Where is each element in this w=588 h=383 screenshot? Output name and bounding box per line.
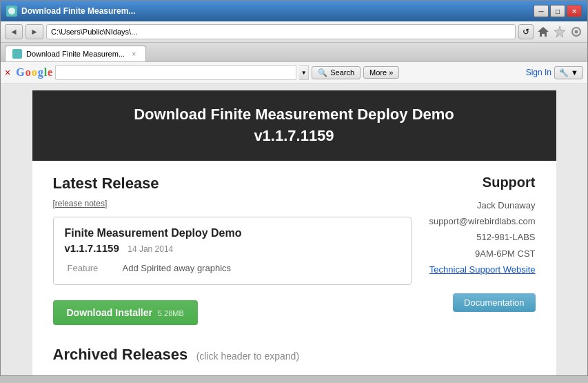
google-search-input[interactable] (55, 65, 296, 80)
google-search-button[interactable]: 🔍 Search (312, 66, 361, 79)
google-close-button[interactable]: × (5, 67, 10, 78)
documentation-button[interactable]: Documentation (453, 293, 535, 312)
google-wrench-button[interactable]: 🔧 ▼ (554, 66, 583, 79)
title-bar-text: Download Finite Measurem... (21, 6, 135, 16)
release-date: 14 Jan 2014 (128, 244, 173, 254)
refresh-button[interactable]: ↺ (518, 24, 534, 39)
support-title: Support (425, 175, 536, 190)
svg-marker-2 (554, 26, 565, 37)
download-size: 5.28MB (158, 309, 184, 317)
back-button[interactable]: ◄ (5, 24, 23, 39)
google-signin-link[interactable]: Sign In (526, 68, 551, 77)
page-header-title: Download Finite Measurement Deploy Demo … (53, 104, 536, 147)
search-icon: 🔍 (318, 68, 327, 77)
google-o2: o (32, 66, 37, 79)
page-header: Download Finite Measurement Deploy Demo … (32, 90, 556, 161)
forward-button[interactable]: ► (26, 24, 43, 39)
table-row: Feature Add Spirited away graphics (65, 262, 400, 275)
tab-close-button[interactable]: × (129, 49, 139, 59)
google-search-dropdown[interactable]: ▼ (299, 65, 309, 80)
google-g2: g (38, 66, 43, 79)
google-more-button[interactable]: More » (363, 66, 399, 79)
minimize-button[interactable]: ─ (534, 5, 549, 17)
archived-subtitle: (click header to expand) (196, 351, 299, 362)
feature-value: Add Spirited away graphics (120, 262, 400, 275)
support-email: support@wirebirdlabs.com (425, 213, 536, 229)
close-button[interactable]: ✕ (567, 5, 582, 17)
browser-icon (6, 6, 17, 17)
support-hours: 9AM-6PM CST (425, 246, 536, 262)
feature-label: Feature (65, 262, 120, 275)
maximize-button[interactable]: □ (550, 5, 565, 17)
archived-section: Archived Releases (click header to expan… (32, 339, 556, 375)
release-notes-link[interactable]: [release notes] (53, 199, 108, 208)
star-icon[interactable] (553, 25, 567, 39)
page-body: Latest Release [release notes] Finite Me… (32, 161, 556, 339)
tab-title: Download Finite Measurem... (26, 50, 125, 58)
technical-support-website-link[interactable]: Technical Support Website (429, 264, 536, 275)
google-toolbar: × Google ▼ 🔍 Search More » Sign In 🔧 ▼ (1, 62, 587, 84)
tab-favicon (12, 49, 22, 59)
svg-point-0 (8, 8, 15, 14)
release-version-row: v1.1.7.1159 14 Jan 2014 (65, 242, 400, 255)
tab-bar: Download Finite Measurem... × (1, 43, 587, 62)
google-logo: Google (16, 66, 52, 79)
release-card-title: Finite Measurement Deploy Demo (65, 227, 400, 239)
google-l: l (44, 66, 47, 79)
download-btn-label: Download Installer (67, 307, 152, 318)
svg-marker-1 (538, 27, 549, 37)
google-g: G (16, 66, 24, 79)
archived-title[interactable]: Archived Releases (53, 346, 188, 363)
gear-icon[interactable] (569, 25, 583, 39)
download-installer-button[interactable]: Download Installer 5.28MB (53, 300, 198, 325)
google-o1: o (26, 66, 31, 79)
title-bar: Download Finite Measurem... ─ □ ✕ (1, 1, 587, 21)
page-wrapper: Download Finite Measurement Deploy Demo … (32, 90, 556, 375)
content-area: Download Finite Measurement Deploy Demo … (1, 84, 587, 375)
window-controls: ─ □ ✕ (534, 5, 582, 17)
browser-window: Download Finite Measurem... ─ □ ✕ ◄ ► ↺ … (0, 0, 588, 376)
release-features-table: Feature Add Spirited away graphics (65, 262, 400, 275)
support-phone: 512-981-LABS (425, 229, 536, 245)
address-input[interactable] (46, 24, 516, 39)
right-column: Support Jack Dunaway support@wirebirdlab… (425, 175, 536, 325)
release-card: Finite Measurement Deploy Demo v1.1.7.11… (53, 217, 412, 285)
svg-point-4 (575, 30, 578, 34)
support-name: Jack Dunaway (425, 197, 536, 213)
left-column: Latest Release [release notes] Finite Me… (53, 175, 412, 325)
latest-release-title: Latest Release (53, 175, 412, 193)
release-version: v1.1.7.1159 (65, 242, 119, 254)
google-search-label: Search (330, 68, 354, 77)
google-e: e (48, 66, 52, 79)
active-tab[interactable]: Download Finite Measurem... × (5, 46, 146, 61)
support-info: Jack Dunaway support@wirebirdlabs.com 51… (425, 197, 536, 278)
address-bar: ◄ ► ↺ (1, 21, 587, 43)
home-icon[interactable] (536, 25, 550, 39)
